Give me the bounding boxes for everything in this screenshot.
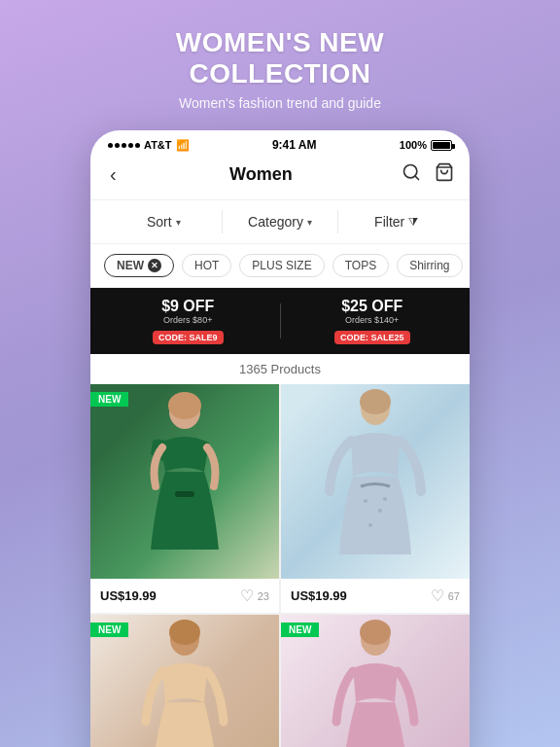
back-button[interactable]: ‹ <box>106 160 121 190</box>
cart-icon[interactable] <box>435 162 454 187</box>
svg-point-7 <box>360 389 391 414</box>
svg-point-15 <box>360 620 391 645</box>
product-actions-2: ♡ 67 <box>431 587 460 605</box>
filter-button[interactable]: Filter ⧩ <box>338 210 454 233</box>
hero-title: WOMEN'S NEWCOLLECTION <box>19 27 541 89</box>
battery-icon <box>431 140 452 151</box>
product-new-badge-3: NEW <box>90 622 128 637</box>
tag-new-label: NEW <box>117 259 144 272</box>
signal-dot-1 <box>108 143 113 148</box>
product-new-badge-4: NEW <box>281 622 319 637</box>
product-price-1: US$19.99 <box>100 588 157 603</box>
product-card-1[interactable]: NEW <box>90 384 279 613</box>
product-card-2[interactable]: US$19.99 ♡ 67 <box>281 384 470 613</box>
filter-bar: Sort ▾ Category ▾ Filter ⧩ <box>90 200 470 244</box>
like-button-2[interactable]: ♡ <box>431 587 444 605</box>
svg-point-4 <box>168 392 201 419</box>
tags-row: NEW ✕ HOT PLUS SIZE TOPS Shirring Strap <box>90 244 470 288</box>
promo-code-value-2: SALE25 <box>370 333 403 342</box>
product-price-2: US$19.99 <box>291 588 347 603</box>
signal-dots <box>108 143 140 148</box>
promo-banner: $9 OFF Orders $80+ CODE: SALE9 $25 OFF O… <box>90 288 470 354</box>
product-card-3[interactable]: NEW ▶ <box>90 615 279 747</box>
battery-percent: 100% <box>400 139 427 151</box>
time-display: 9:41 AM <box>272 138 317 152</box>
wifi-icon: 📶 <box>176 139 190 152</box>
svg-point-9 <box>378 509 382 513</box>
svg-line-1 <box>415 176 419 180</box>
signal-dot-2 <box>115 143 120 148</box>
promo-code-label-2: CODE: <box>340 333 371 342</box>
product-info-1: US$19.99 ♡ 23 <box>90 579 279 613</box>
product-actions-1: ♡ 23 <box>240 587 269 605</box>
tag-tops[interactable]: TOPS <box>332 254 389 277</box>
page-title: Women <box>229 164 293 185</box>
search-icon[interactable] <box>402 162 421 187</box>
product-card-4[interactable]: NEW <box>281 615 470 747</box>
tag-shirring[interactable]: Shirring <box>397 254 462 277</box>
product-image-3: NEW ▶ <box>90 615 279 747</box>
svg-rect-5 <box>175 491 194 497</box>
category-button[interactable]: Category ▾ <box>223 210 339 233</box>
like-count-2: 67 <box>448 590 460 602</box>
promo-code-value-1: SALE9 <box>189 333 217 342</box>
product-info-2: US$19.99 ♡ 67 <box>281 579 470 613</box>
promo-amount-1: $9 OFF <box>106 298 270 315</box>
hero-subtitle: Women's fashion trend and guide <box>19 95 541 111</box>
status-bar: AT&T 📶 9:41 AM 100% <box>90 130 470 156</box>
promo-code-label-1: CODE: <box>158 333 190 342</box>
sort-label: Sort <box>147 214 172 230</box>
nav-bar: ‹ Women <box>90 156 470 200</box>
like-count-1: 23 <box>258 590 269 602</box>
tag-tops-label: TOPS <box>345 259 376 272</box>
product-photo-2 <box>281 384 470 579</box>
product-image-4: NEW <box>281 615 470 747</box>
signal-dot-5 <box>135 143 140 148</box>
status-left: AT&T 📶 <box>108 139 190 152</box>
product-count: 1365 Products <box>90 354 470 384</box>
like-button-1[interactable]: ♡ <box>240 587 254 605</box>
promo-divider <box>280 303 281 338</box>
product-photo-1 <box>90 384 279 579</box>
phone-frame: AT&T 📶 9:41 AM 100% ‹ Women <box>90 130 470 747</box>
promo-section-1: $9 OFF Orders $80+ CODE: SALE9 <box>106 298 270 344</box>
filter-label: Filter <box>374 214 404 230</box>
product-image-2 <box>281 384 470 579</box>
svg-point-11 <box>383 497 387 501</box>
carrier-label: AT&T <box>144 139 172 151</box>
promo-code-2: CODE: SALE25 <box>334 331 410 344</box>
promo-code-1: CODE: SALE9 <box>153 331 224 344</box>
nav-icons <box>402 162 454 187</box>
status-right: 100% <box>400 139 452 151</box>
category-label: Category <box>248 214 303 230</box>
category-chevron-icon: ▾ <box>307 217 312 228</box>
tag-shirring-label: Shirring <box>409 259 449 272</box>
promo-amount-2: $25 OFF <box>291 298 455 315</box>
svg-point-10 <box>368 523 372 527</box>
product-grid: NEW <box>90 384 470 747</box>
tag-plus-size-label: PLUS SIZE <box>252 259 311 272</box>
sort-button[interactable]: Sort ▾ <box>106 210 223 233</box>
product-image-1: NEW <box>90 384 279 579</box>
tag-plus-size[interactable]: PLUS SIZE <box>239 254 324 277</box>
tag-hot[interactable]: HOT <box>182 254 231 277</box>
battery-tip <box>452 144 455 149</box>
promo-detail-2: Orders $140+ <box>291 315 455 327</box>
signal-dot-3 <box>122 143 126 148</box>
svg-point-13 <box>169 620 200 645</box>
tag-new-close-icon[interactable]: ✕ <box>148 259 161 272</box>
product-new-badge-1: NEW <box>90 392 128 407</box>
svg-point-8 <box>364 499 368 503</box>
filter-icon: ⧩ <box>408 215 418 229</box>
signal-dot-4 <box>128 143 133 148</box>
promo-detail-1: Orders $80+ <box>106 315 270 327</box>
tag-hot-label: HOT <box>194 259 219 272</box>
tag-new[interactable]: NEW ✕ <box>104 254 174 277</box>
sort-chevron-icon: ▾ <box>176 217 181 228</box>
hero-section: WOMEN'S NEWCOLLECTION Women's fashion tr… <box>0 0 560 130</box>
battery-fill <box>433 142 450 149</box>
promo-section-2: $25 OFF Orders $140+ CODE: SALE25 <box>291 298 455 344</box>
